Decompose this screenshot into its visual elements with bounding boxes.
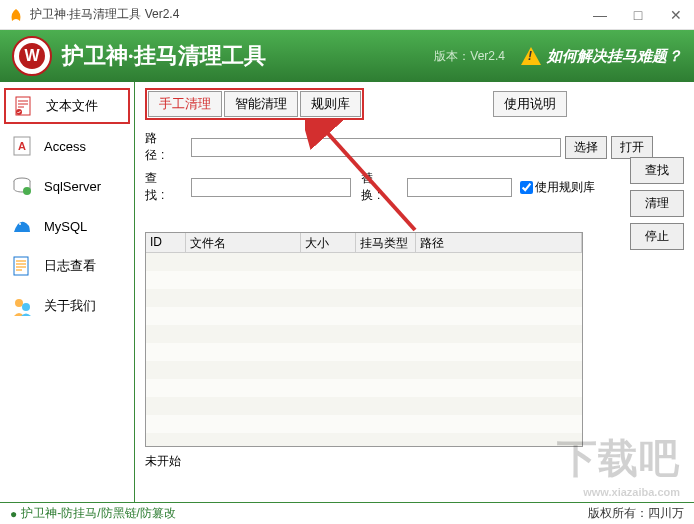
sidebar-item-mysql[interactable]: MySQL [4,208,130,244]
tab-rules[interactable]: 规则库 [300,91,361,117]
sidebar-item-text-files[interactable]: 文本文件 [4,88,130,124]
app-icon [8,7,24,23]
tabs-highlighted: 手工清理 智能清理 规则库 [145,88,364,120]
titlebar: 护卫神·挂马清理工具 Ver2.4 — □ ✕ [0,0,694,30]
copyright: 版权所有：四川万 [588,505,684,522]
results-table: ID 文件名 大小 挂马类型 路径 [145,232,583,447]
find-label: 查 找: [145,170,191,204]
sidebar-item-access[interactable]: A Access [4,128,130,164]
path-input[interactable] [191,138,561,157]
path-label: 路 径: [145,130,191,164]
header: W 护卫神·挂马清理工具 版本：Ver2.4 如何解决挂马难题？ [0,30,694,82]
col-path[interactable]: 路径 [416,233,582,252]
find-input[interactable] [191,178,351,197]
main-panel: 手工清理 智能清理 规则库 使用说明 路 径: 选择 打开 查 找: 替 换: … [135,82,694,502]
use-rules-checkbox[interactable]: 使用规则库 [520,179,595,196]
maximize-button[interactable]: □ [628,7,648,23]
svg-point-8 [15,299,23,307]
shield-icon: W [12,36,52,76]
footer: ● 护卫神-防挂马/防黑链/防篡改 版权所有：四川万 [0,502,694,524]
sidebar: 文本文件 A Access SqlServer MySQL 日志查看 关于我们 [0,82,135,502]
replace-input[interactable] [407,178,512,197]
col-id[interactable]: ID [146,233,186,252]
warning-link[interactable]: 如何解决挂马难题？ [521,47,682,66]
clean-button[interactable]: 清理 [630,190,684,217]
svg-rect-7 [14,257,28,275]
version-label: 版本：Ver2.4 [434,48,505,65]
log-icon [10,254,34,278]
about-icon [10,294,34,318]
action-buttons: 查找 清理 停止 [630,157,684,250]
search-button[interactable]: 查找 [630,157,684,184]
app-title: 护卫神·挂马清理工具 [62,41,434,71]
col-size[interactable]: 大小 [301,233,356,252]
col-filename[interactable]: 文件名 [186,233,301,252]
table-body[interactable] [146,253,582,447]
footer-link[interactable]: 护卫神-防挂马/防黑链/防篡改 [21,505,176,522]
mysql-icon [10,214,34,238]
replace-label: 替 换: [361,170,407,204]
minimize-button[interactable]: — [590,7,610,23]
col-type[interactable]: 挂马类型 [356,233,416,252]
svg-point-6 [19,223,21,225]
warning-icon [521,47,541,65]
window-controls: — □ ✕ [590,7,686,23]
path-row: 路 径: 选择 打开 [145,130,684,164]
use-rules-check[interactable] [520,181,533,194]
svg-point-5 [23,187,31,195]
svg-point-9 [22,303,30,311]
access-icon: A [10,134,34,158]
sidebar-item-logs[interactable]: 日志查看 [4,248,130,284]
open-button[interactable]: 打开 [611,136,653,159]
document-icon [12,94,36,118]
sidebar-item-sqlserver[interactable]: SqlServer [4,168,130,204]
tab-smart[interactable]: 智能清理 [224,91,298,117]
svg-text:A: A [18,140,26,152]
sidebar-item-about[interactable]: 关于我们 [4,288,130,324]
window-title: 护卫神·挂马清理工具 Ver2.4 [30,6,590,23]
find-row: 查 找: 替 换: 使用规则库 [145,170,655,204]
stop-button[interactable]: 停止 [630,223,684,250]
close-button[interactable]: ✕ [666,7,686,23]
tab-help[interactable]: 使用说明 [493,91,567,117]
status-label: 未开始 [145,453,684,470]
tab-manual[interactable]: 手工清理 [148,91,222,117]
select-button[interactable]: 选择 [565,136,607,159]
sqlserver-icon [10,174,34,198]
